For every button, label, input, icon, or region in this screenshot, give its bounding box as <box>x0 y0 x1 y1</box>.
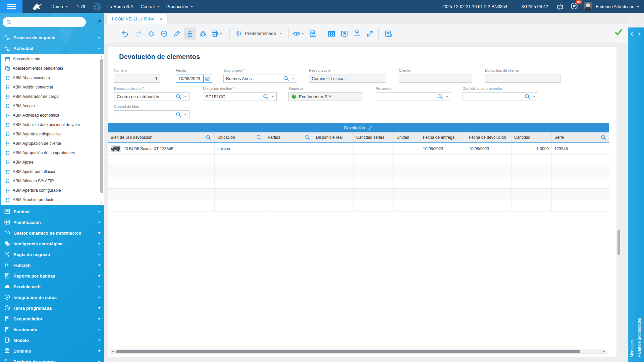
sidebar-item-abm-actividad-economica[interactable]: ABM Actividad económica <box>1 111 104 120</box>
environment-dropdown[interactable]: Demo <box>51 4 68 9</box>
branch-dropdown[interactable]: Central <box>141 4 160 9</box>
sidebar-item-abm-agente-dispositivo[interactable]: ABM Agente de dispositivo <box>1 129 104 139</box>
column-header-bien-de-uso[interactable]: Bien de uso devolución <box>108 132 215 142</box>
sidebar-category-entidad[interactable]: Entidad <box>0 206 104 217</box>
caret-down-icon[interactable] <box>533 96 536 97</box>
sidebar-scrollbar-thumb[interactable] <box>100 59 103 193</box>
scroll-down-arrow[interactable]: ▼ <box>100 201 104 205</box>
column-header-fecha-entrega[interactable]: Fecha de entrega <box>420 132 466 142</box>
eraser-button[interactable] <box>147 29 155 38</box>
sidebar-category-reporte-por-bandas[interactable]: Reporte por bandas <box>0 270 104 281</box>
scroll-left-arrow[interactable]: ◄ <box>110 350 116 353</box>
document-tab[interactable]: 1 COMINELLI LUISINA × <box>107 14 167 24</box>
caret-down-icon[interactable] <box>184 96 187 97</box>
hierarchy-button[interactable] <box>353 29 361 38</box>
sidebar-item-abm-ajuste[interactable]: ABM Ajuste <box>1 158 104 167</box>
horizontal-scrollbar-thumb[interactable] <box>116 350 580 353</box>
sidebar-item-abm-abastecimiento[interactable]: ABM Abastecimiento <box>1 73 104 82</box>
search-icon[interactable] <box>175 112 182 118</box>
search-icon[interactable] <box>437 94 443 100</box>
responsable-input[interactable] <box>312 76 383 81</box>
sidebar-category-servicio-web[interactable]: Servicio web <box>0 281 104 292</box>
column-search-icon[interactable] <box>206 134 212 140</box>
sidebar-scrollbar[interactable]: ▲ ▼ <box>100 54 104 205</box>
user-avatar[interactable] <box>584 2 592 11</box>
vertical-tab-mensajes[interactable]: Mensajes <box>630 340 634 357</box>
preset-dropdown-label[interactable]: Predeterminada <box>245 31 276 36</box>
collapse-chevron-left-icon[interactable] <box>630 32 635 38</box>
search-icon[interactable] <box>175 94 182 100</box>
fullscreen-button[interactable] <box>366 29 374 38</box>
column-header-fecha-devolucion[interactable]: Fecha de devolución <box>466 132 512 142</box>
empty-table-row[interactable] <box>108 177 609 189</box>
preview-options-caret[interactable] <box>301 29 305 38</box>
calendar-icon[interactable] <box>203 75 211 82</box>
vertical-scrollbar-thumb[interactable] <box>618 230 620 255</box>
preview-eye-button[interactable] <box>292 29 301 38</box>
hamburger-menu-button[interactable] <box>0 0 22 13</box>
empty-table-row[interactable] <box>108 200 609 212</box>
sidebar-category-registro-de-eventos[interactable]: Registro de eventos <box>0 356 104 362</box>
redo-button[interactable] <box>134 29 142 38</box>
pin-sidebar-icon[interactable] <box>97 19 102 25</box>
document-search-button[interactable] <box>309 29 317 38</box>
sidebar-category-actividad[interactable]: Actividad <box>0 43 104 54</box>
vertical-tab-panel-de-propiedades[interactable]: Panel de propiedades <box>637 318 642 357</box>
ubicacion-destino-input[interactable] <box>206 94 263 99</box>
sidebar-category-versionado[interactable]: Versionado <box>0 324 104 335</box>
sidebar-item-abm-acelerador-de-carga[interactable]: ABM Acelerador de carga <box>1 92 104 101</box>
cliente-input[interactable] <box>401 76 470 81</box>
column-search-icon[interactable] <box>256 134 262 140</box>
sidebar-item-abm-arbol-producto[interactable]: ABM Árbol de producto <box>1 195 104 204</box>
sidebar-item-abm-agrupacion-comprobantes[interactable]: ABM Agrupación de comprobantes <box>1 148 104 158</box>
sitio-origen-input[interactable] <box>226 76 283 81</box>
sidebar-item-abm-alicuota-iva[interactable]: ABM Alícuota IVA AFIP <box>1 176 104 186</box>
sidebar-category-planificacion[interactable]: Planificación <box>0 217 104 228</box>
domicilios-cliente-input[interactable] <box>488 76 558 81</box>
caret-down-icon[interactable] <box>446 96 448 97</box>
sidebar-category-proceso-de-negocio[interactable]: Proceso de negocio <box>0 32 104 43</box>
sidebar-category-modelo[interactable]: Modelo <box>0 335 104 346</box>
tab-close-icon[interactable]: × <box>160 17 163 22</box>
column-header-cantidad-series[interactable]: Cantidad series <box>354 132 394 142</box>
empty-table-row[interactable] <box>108 155 609 166</box>
empty-table-row[interactable] <box>108 166 609 177</box>
column-header-disponible-real[interactable]: Disponible real <box>313 132 354 142</box>
sidebar-item-abm-accion-comercial[interactable]: ABM Acción comercial <box>1 82 104 92</box>
caret-down-icon[interactable] <box>292 78 294 79</box>
sidebar-category-gestor-dinamico[interactable]: Gestor dinámico de información <box>0 228 104 238</box>
print-button[interactable] <box>211 29 219 38</box>
preset-dropdown-caret[interactable] <box>278 29 283 38</box>
assistant-robot-icon[interactable] <box>556 3 564 11</box>
confirm-save-button[interactable] <box>614 28 623 36</box>
watch-record-button[interactable] <box>340 29 348 38</box>
audit-log-button[interactable] <box>384 29 392 38</box>
column-header-ubicacion[interactable]: Ubicación <box>215 132 265 142</box>
fecha-input[interactable] <box>178 76 203 81</box>
sidebar-category-dominio[interactable]: Dominio <box>0 346 104 356</box>
deposito-destino-input[interactable] <box>117 94 175 99</box>
sidebar-item-abm-ajuste-inflacion[interactable]: ABM Ajuste por inflación <box>1 167 104 176</box>
sidebar-category-tarea-programada[interactable]: Tarea programada <box>0 303 104 313</box>
column-search-icon[interactable] <box>304 134 310 140</box>
sidebar-search-box[interactable] <box>3 17 86 27</box>
edit-pen-button[interactable] <box>173 29 181 38</box>
column-header-partida[interactable]: Partida <box>265 132 313 142</box>
expand-grid-icon[interactable] <box>368 125 373 130</box>
caret-down-icon[interactable] <box>271 96 274 97</box>
user-menu[interactable]: Federico Alfredsson <box>596 4 639 9</box>
search-icon[interactable] <box>263 94 269 100</box>
debug-bug-button[interactable] <box>199 29 207 38</box>
column-header-cantidad[interactable]: Cantidad <box>512 132 552 142</box>
sidebar-category-inteligencia-estrategica[interactable]: Inteligencia estratégica <box>0 238 104 249</box>
column-header-unidad[interactable]: Unidad <box>394 132 420 142</box>
sidebar-category-integracion-de-datos[interactable]: Integración de datos <box>0 292 104 303</box>
sidebar-item-abm-apertura-configurable[interactable]: ABM Apertura configurable <box>1 186 104 195</box>
column-header-serie[interactable]: Serie <box>552 132 609 142</box>
notifications-button[interactable]: 82 <box>570 2 578 11</box>
proveedor-input[interactable] <box>378 94 437 99</box>
settings-gear-icon[interactable]: ⚙ <box>235 29 243 38</box>
sidebar-category-funcion[interactable]: Función <box>0 260 104 270</box>
caret-down-icon[interactable] <box>184 114 187 115</box>
print-options-caret[interactable] <box>219 29 223 38</box>
